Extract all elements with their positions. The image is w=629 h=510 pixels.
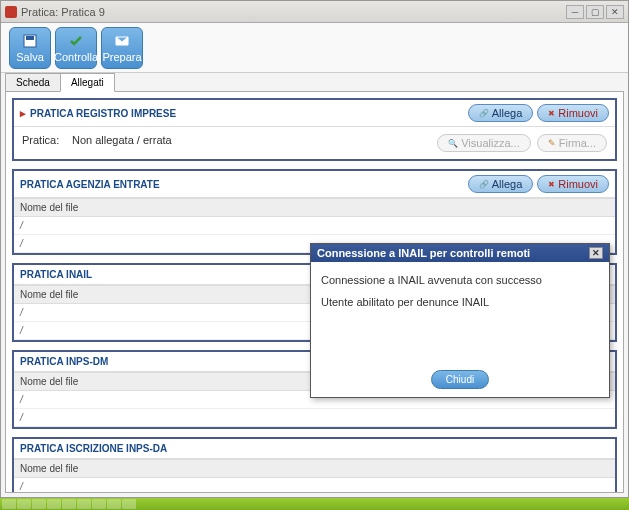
os-taskbar bbox=[0, 498, 629, 510]
maximize-button[interactable]: ▢ bbox=[586, 5, 604, 19]
envelope-icon bbox=[113, 33, 131, 49]
prepara-button[interactable]: Prepara bbox=[101, 27, 143, 69]
window-title: Pratica: Pratica 9 bbox=[21, 6, 566, 18]
dialog-title-text: Connessione a INAIL per controlli remoti bbox=[317, 247, 589, 259]
controlla-button[interactable]: Controlla bbox=[55, 27, 97, 69]
pratica-label: Pratica: bbox=[22, 134, 72, 152]
file-row[interactable]: / bbox=[14, 217, 615, 235]
tab-scheda[interactable]: Scheda bbox=[5, 73, 61, 92]
salva-label: Salva bbox=[16, 51, 44, 63]
taskbar-item[interactable] bbox=[122, 499, 136, 509]
file-header: Nome del file bbox=[14, 198, 615, 217]
prepara-label: Prepara bbox=[102, 51, 141, 63]
app-icon bbox=[5, 6, 17, 18]
pratica-status-row: Pratica: Non allegata / errata Visualizz… bbox=[22, 131, 607, 155]
controlla-label: Controlla bbox=[54, 51, 98, 63]
taskbar-item[interactable] bbox=[62, 499, 76, 509]
firma-button: Firma... bbox=[537, 134, 607, 152]
check-icon bbox=[67, 33, 85, 49]
svg-rect-1 bbox=[26, 36, 34, 40]
dialog-message-2: Utente abilitato per denunce INAIL bbox=[321, 296, 599, 308]
visualizza-button: Visualizza... bbox=[437, 134, 531, 152]
tab-bar: Scheda Allegati bbox=[1, 73, 628, 92]
panel-iscrizione-inps-da: PRATICA ISCRIZIONE INPS-DA Nome del file… bbox=[12, 437, 617, 493]
taskbar-item[interactable] bbox=[2, 499, 16, 509]
panel-title: PRATICA ISCRIZIONE INPS-DA bbox=[20, 443, 609, 454]
panel-registro-imprese: ▸ PRATICA REGISTRO IMPRESE Allega Rimuov… bbox=[12, 98, 617, 161]
titlebar: Pratica: Pratica 9 ─ ▢ ✕ bbox=[1, 1, 628, 23]
file-row[interactable]: / bbox=[14, 478, 615, 493]
salva-button[interactable]: Salva bbox=[9, 27, 51, 69]
taskbar-item[interactable] bbox=[77, 499, 91, 509]
taskbar-item[interactable] bbox=[47, 499, 61, 509]
tab-allegati[interactable]: Allegati bbox=[60, 73, 115, 92]
allega-button[interactable]: Allega bbox=[468, 104, 534, 122]
allega-button[interactable]: Allega bbox=[468, 175, 534, 193]
rimuovi-button[interactable]: Rimuovi bbox=[537, 175, 609, 193]
save-icon bbox=[21, 33, 39, 49]
pratica-status: Non allegata / errata bbox=[72, 134, 172, 152]
minimize-button[interactable]: ─ bbox=[566, 5, 584, 19]
dialog-message-1: Connessione a INAIL avvenuta con success… bbox=[321, 274, 599, 286]
panel-title: PRATICA REGISTRO IMPRESE bbox=[30, 108, 468, 119]
dialog-titlebar: Connessione a INAIL per controlli remoti… bbox=[311, 244, 609, 262]
close-button[interactable]: ✕ bbox=[606, 5, 624, 19]
taskbar-item[interactable] bbox=[32, 499, 46, 509]
taskbar-item[interactable] bbox=[17, 499, 31, 509]
file-header: Nome del file bbox=[14, 459, 615, 478]
inail-connection-dialog: Connessione a INAIL per controlli remoti… bbox=[310, 243, 610, 398]
taskbar-item[interactable] bbox=[92, 499, 106, 509]
taskbar-item[interactable] bbox=[107, 499, 121, 509]
toolbar: Salva Controlla Prepara bbox=[1, 23, 628, 73]
chiudi-button[interactable]: Chiudi bbox=[431, 370, 489, 389]
dialog-close-button[interactable]: ✕ bbox=[589, 247, 603, 259]
dialog-body: Connessione a INAIL avvenuta con success… bbox=[311, 262, 609, 362]
collapse-icon[interactable]: ▸ bbox=[20, 107, 26, 120]
panel-title: PRATICA AGENZIA ENTRATE bbox=[20, 179, 468, 190]
rimuovi-button[interactable]: Rimuovi bbox=[537, 104, 609, 122]
file-row[interactable]: / bbox=[14, 409, 615, 427]
